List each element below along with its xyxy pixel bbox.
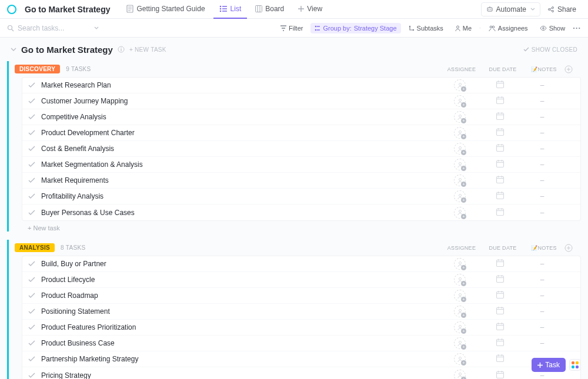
me-chip[interactable]: Me: [451, 23, 476, 33]
notes-cell[interactable]: –: [522, 160, 563, 169]
due-cell[interactable]: [480, 322, 522, 333]
assignee-cell[interactable]: [439, 321, 480, 333]
assignee-cell[interactable]: [439, 274, 480, 286]
check-icon[interactable]: [28, 308, 35, 314]
assignee-cell[interactable]: [439, 258, 480, 270]
tab-board[interactable]: Board: [249, 0, 290, 19]
notes-cell[interactable]: –: [522, 129, 563, 137]
notes-cell[interactable]: –: [522, 339, 563, 347]
chevron-down-icon[interactable]: [11, 48, 16, 52]
notes-cell[interactable]: –: [522, 291, 563, 300]
notes-cell[interactable]: –: [522, 113, 563, 121]
due-cell[interactable]: [480, 191, 522, 202]
new-task-fab[interactable]: Task: [532, 358, 566, 372]
show-chip[interactable]: Show: [536, 23, 570, 33]
notes-cell[interactable]: –: [522, 260, 563, 268]
due-cell[interactable]: [480, 159, 522, 170]
chevron-down-icon[interactable]: [94, 26, 99, 29]
add-column-button[interactable]: [564, 244, 582, 252]
assignee-cell[interactable]: [439, 290, 480, 301]
info-icon[interactable]: [118, 46, 125, 53]
chevron-down-icon[interactable]: [0, 246, 1, 250]
due-cell[interactable]: [480, 354, 522, 364]
check-icon[interactable]: [28, 324, 35, 330]
tab-getting-started[interactable]: Getting Started Guide: [121, 0, 211, 19]
assignee-cell[interactable]: [439, 353, 480, 365]
assignee-cell[interactable]: [439, 127, 480, 139]
due-cell[interactable]: [480, 290, 522, 301]
group-badge[interactable]: DISCOVERY: [15, 65, 60, 73]
assignee-cell[interactable]: [439, 95, 480, 107]
check-icon[interactable]: [28, 162, 35, 167]
groupby-chip[interactable]: Group by: Strategy Stage: [310, 23, 400, 33]
task-row[interactable]: Market Requirements–: [22, 173, 580, 189]
task-row[interactable]: Product Lifecycle–: [22, 272, 580, 288]
assignee-cell[interactable]: [439, 159, 480, 170]
assignee-cell[interactable]: [439, 190, 480, 202]
notes-cell[interactable]: –: [522, 97, 563, 105]
automate-button[interactable]: Automate: [481, 2, 540, 16]
notes-cell[interactable]: –: [522, 276, 563, 284]
check-icon[interactable]: [28, 277, 35, 283]
due-cell[interactable]: [480, 306, 522, 317]
task-row[interactable]: Competitive Analysis–: [22, 109, 580, 125]
filter-chip[interactable]: Filter: [276, 23, 307, 33]
show-closed-button[interactable]: SHOW CLOSED: [523, 46, 577, 53]
task-row[interactable]: Customer Journey Mapping–: [22, 93, 580, 109]
task-row[interactable]: Profitability Analysis–: [22, 189, 580, 204]
check-icon[interactable]: [28, 261, 35, 267]
notes-cell[interactable]: –: [522, 209, 563, 217]
notes-cell[interactable]: –: [522, 371, 563, 380]
check-icon[interactable]: [28, 193, 35, 199]
more-menu[interactable]: ···: [573, 24, 581, 32]
task-row[interactable]: Buyer Personas & Use Cases–: [22, 204, 580, 220]
share-button[interactable]: Share: [543, 2, 581, 16]
notes-cell[interactable]: –: [522, 176, 563, 185]
due-cell[interactable]: [480, 338, 522, 348]
tab-add-view[interactable]: View: [292, 0, 328, 19]
task-row[interactable]: Market Research Plan–: [22, 78, 580, 93]
group-badge[interactable]: ANALYSIS: [15, 243, 55, 252]
notes-cell[interactable]: –: [522, 307, 563, 316]
task-row[interactable]: Cost & Benefit Analysis–: [22, 141, 580, 157]
add-column-button[interactable]: [564, 65, 582, 73]
subtasks-chip[interactable]: Subtasks: [405, 23, 447, 33]
due-cell[interactable]: [480, 128, 522, 138]
check-icon[interactable]: [28, 130, 35, 136]
new-task-link[interactable]: + New task: [9, 221, 588, 232]
assignee-cell[interactable]: [439, 306, 480, 317]
check-icon[interactable]: [28, 293, 35, 298]
chevron-down-icon[interactable]: [0, 67, 1, 71]
due-cell[interactable]: [480, 274, 522, 285]
task-row[interactable]: Product Features Prioritization–: [22, 320, 580, 336]
task-row[interactable]: Market Segmentation & Analysis–: [22, 157, 580, 173]
task-row[interactable]: Product Roadmap–: [22, 288, 580, 304]
check-icon[interactable]: [28, 146, 35, 152]
assignee-cell[interactable]: [439, 143, 480, 155]
due-cell[interactable]: [480, 96, 522, 106]
check-icon[interactable]: [28, 82, 35, 88]
tab-list[interactable]: List: [213, 0, 248, 19]
task-row[interactable]: Partnership Marketing Strategy–: [22, 351, 580, 367]
task-row[interactable]: Positioning Statement–: [22, 304, 580, 320]
check-icon[interactable]: [28, 356, 35, 362]
check-icon[interactable]: [28, 177, 35, 183]
new-task-button[interactable]: + NEW TASK: [129, 46, 166, 53]
check-icon[interactable]: [28, 373, 35, 378]
check-icon[interactable]: [28, 210, 35, 216]
assignee-cell[interactable]: [439, 175, 480, 186]
assignee-cell[interactable]: [439, 207, 480, 219]
assignee-cell[interactable]: [439, 79, 480, 91]
notes-cell[interactable]: –: [522, 81, 563, 89]
notes-cell[interactable]: –: [522, 145, 563, 153]
assignee-cell[interactable]: [439, 370, 480, 380]
assignee-cell[interactable]: [439, 111, 480, 123]
due-cell[interactable]: [480, 370, 522, 380]
due-cell[interactable]: [480, 259, 522, 269]
due-cell[interactable]: [480, 112, 522, 122]
due-cell[interactable]: [480, 143, 522, 154]
due-cell[interactable]: [480, 207, 522, 218]
check-icon[interactable]: [28, 114, 35, 120]
task-row[interactable]: Pricing Strategy–: [22, 367, 580, 379]
check-icon[interactable]: [28, 98, 35, 104]
